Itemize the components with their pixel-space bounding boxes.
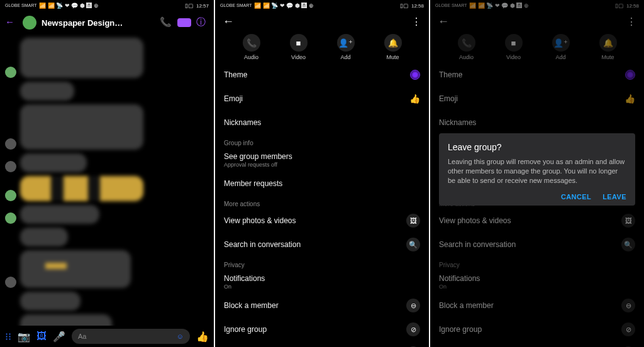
gallery-icon[interactable]: 🖼 xyxy=(36,331,47,342)
like-icon[interactable]: 👍 xyxy=(196,331,209,343)
apps-icon[interactable]: ⁝⁝ xyxy=(5,331,11,343)
status-bar: GLOBE SMART 📶 📶 📡 ❤ 💬 ⬢ 🅰 ⊕ ▯▢ 12:57 xyxy=(0,0,214,11)
battery-icon: ▯▢ xyxy=(400,3,409,9)
leave-row[interactable]: Leave group↦ xyxy=(215,341,429,347)
settings-list: Theme Emoji👍 Nicknames Group info See gr… xyxy=(215,63,429,347)
message[interactable] xyxy=(5,314,209,326)
block-icon: ⊖ xyxy=(621,299,635,312)
message[interactable] xyxy=(5,38,209,78)
privacy-header: Privacy xyxy=(430,256,644,270)
screen-chat: GLOBE SMART 📶 📶 📡 ❤ 💬 ⬢ 🅰 ⊕ ▯▢ 12:57 ← N… xyxy=(0,0,214,347)
video-button[interactable]: ■Video xyxy=(505,34,523,60)
message[interactable] xyxy=(5,176,209,201)
more-actions-header: More actions xyxy=(430,196,644,209)
clock: 12:57 xyxy=(196,3,209,9)
bell-icon: 🔔 xyxy=(384,34,402,52)
chat-header: ← Newspaper Design… 📞 ⓘ xyxy=(0,11,214,34)
group-info-header: Group info xyxy=(430,135,644,148)
message[interactable] xyxy=(5,205,209,224)
message[interactable] xyxy=(5,228,209,246)
ignore-icon: ⊘ xyxy=(621,322,635,336)
carrier-label: GLOBE SMART xyxy=(435,3,467,8)
thumbs-up-icon: 👍 xyxy=(409,94,420,104)
status-icons: 📶 📶 📡 ❤ 💬 ⬢ 🅰 ⊕ xyxy=(469,3,529,9)
nicknames-row[interactable]: Nicknames xyxy=(215,111,429,135)
theme-row[interactable]: Theme xyxy=(215,63,429,87)
actions-row: 📞Audio ■Video 👤⁺Add 🔔Mute xyxy=(430,31,644,65)
message-input[interactable]: Aa ☺ xyxy=(72,329,190,344)
add-button[interactable]: 👤⁺Add xyxy=(337,34,355,60)
status-bar: GLOBE SMART 📶 📶 📡 ❤ 💬 ⬢ 🅰 ⊕ ▯▢ 12:58 xyxy=(430,0,644,11)
composer: ⁝⁝ 📷 🖼 🎤 Aa ☺ 👍 xyxy=(0,326,214,347)
add-button[interactable]: 👤⁺Add xyxy=(552,34,570,60)
notifications-row[interactable]: NotificationsOn xyxy=(430,270,644,294)
clock: 12:58 xyxy=(411,3,424,9)
more-icon[interactable]: ⋮ xyxy=(626,16,636,28)
info-icon[interactable]: ⓘ xyxy=(196,16,209,29)
phone-icon: 📞 xyxy=(458,34,475,52)
search-icon: 🔍 xyxy=(621,238,635,251)
view-photos-row[interactable]: View photos & videos🖼 xyxy=(215,209,429,233)
group-avatar[interactable] xyxy=(23,16,36,30)
message[interactable] xyxy=(5,292,209,311)
video-call-icon[interactable] xyxy=(177,18,191,27)
carrier-label: GLOBE SMART xyxy=(220,3,252,8)
mic-icon[interactable]: 🎤 xyxy=(53,331,65,343)
input-placeholder: Aa xyxy=(78,333,86,340)
video-icon: ■ xyxy=(290,34,308,52)
theme-row[interactable]: Theme xyxy=(430,63,644,87)
status-bar: GLOBE SMART 📶 📶 📡 ❤ 💬 ⬢ 🅰 ⊕ ▯▢ 12:58 xyxy=(215,0,429,11)
message[interactable] xyxy=(5,153,209,172)
camera-icon[interactable]: 📷 xyxy=(18,331,30,343)
ignore-row[interactable]: Ignore group⊘ xyxy=(430,317,644,341)
emoji-row[interactable]: Emoji👍 xyxy=(215,87,429,111)
status-icons: 📶 📶 📡 ❤ 💬 ⬢ 🅰 ⊕ xyxy=(39,3,99,9)
actions-row: 📞Audio ■Video 👤⁺Add 🔔Mute xyxy=(215,31,429,65)
back-icon[interactable]: ← xyxy=(5,16,18,29)
member-requests-row[interactable]: Member requests xyxy=(215,172,429,196)
block-row[interactable]: Block a member⊖ xyxy=(215,294,429,317)
settings-header: ← ⋮ xyxy=(430,11,644,31)
group-info-header: Group info xyxy=(215,135,429,148)
see-members-row[interactable]: See group membersApproval requests off xyxy=(430,148,644,172)
search-row[interactable]: Search in conversation🔍 xyxy=(215,233,429,256)
message[interactable] xyxy=(5,104,209,150)
more-icon[interactable]: ⋮ xyxy=(411,16,421,28)
nicknames-row[interactable]: Nicknames xyxy=(430,111,644,135)
search-row[interactable]: Search in conversation🔍 xyxy=(430,233,644,256)
screen-leave-dialog: GLOBE SMART 📶 📶 📡 ❤ 💬 ⬢ 🅰 ⊕ ▯▢ 12:58 ← ⋮… xyxy=(430,0,644,347)
message-list[interactable] xyxy=(0,34,214,326)
video-button[interactable]: ■Video xyxy=(290,34,308,60)
mute-button[interactable]: 🔔Mute xyxy=(599,34,617,60)
settings-header: ← ⋮ xyxy=(215,11,429,31)
screen-settings: GLOBE SMART 📶 📶 📡 ❤ 💬 ⬢ 🅰 ⊕ ▯▢ 12:58 ← ⋮… xyxy=(215,0,429,347)
leave-row[interactable]: Leave group↦ xyxy=(430,341,644,347)
settings-list: Theme Emoji👍 Nicknames Group info See gr… xyxy=(430,63,644,65)
carrier-label: GLOBE SMART xyxy=(5,3,36,8)
call-icon[interactable]: 📞 xyxy=(160,16,172,29)
block-row[interactable]: Block a member⊖ xyxy=(430,294,644,317)
see-members-row[interactable]: See group membersApproval requests off xyxy=(215,148,429,172)
status-icons: 📶 📶 📡 ❤ 💬 ⬢ 🅰 ⊕ xyxy=(254,3,314,9)
emoji-picker-icon[interactable]: ☺ xyxy=(177,333,184,340)
back-icon[interactable]: ← xyxy=(223,15,234,28)
audio-button[interactable]: 📞Audio xyxy=(458,34,475,60)
notifications-row[interactable]: NotificationsOn xyxy=(215,270,429,294)
ignore-row[interactable]: Ignore group⊘ xyxy=(215,317,429,341)
mute-button[interactable]: 🔔Mute xyxy=(384,34,402,60)
add-person-icon: 👤⁺ xyxy=(552,34,570,52)
message[interactable] xyxy=(5,250,209,288)
bell-icon: 🔔 xyxy=(599,34,617,52)
battery-icon: ▯▢ xyxy=(615,3,624,9)
view-photos-row[interactable]: View photos & videos🖼 xyxy=(430,209,644,233)
back-icon[interactable]: ← xyxy=(438,15,449,28)
chat-title[interactable]: Newspaper Design… xyxy=(42,18,155,28)
emoji-row[interactable]: Emoji👍 xyxy=(430,87,644,111)
search-icon: 🔍 xyxy=(406,238,420,251)
add-person-icon: 👤⁺ xyxy=(337,34,355,52)
theme-swatch xyxy=(410,70,420,80)
audio-button[interactable]: 📞Audio xyxy=(243,34,260,60)
thumbs-up-icon: 👍 xyxy=(625,94,635,104)
member-requests-row[interactable]: Member requests xyxy=(430,172,644,196)
message[interactable] xyxy=(5,82,209,101)
